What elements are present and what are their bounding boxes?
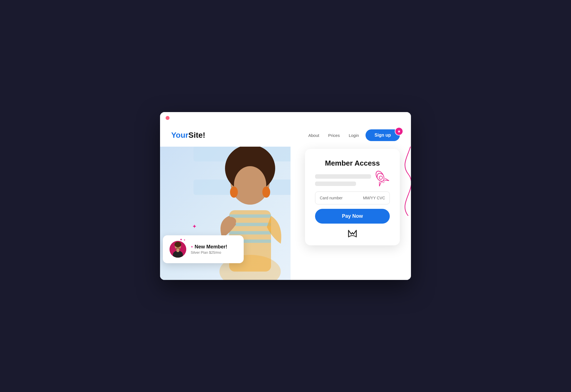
logo-your: Your: [171, 131, 188, 139]
sparkles-decoration: ✦ ✦: [180, 238, 186, 242]
nav-prices[interactable]: Prices: [328, 133, 340, 138]
new-member-text-area: ✦ New Member! Silver Plan $25/mo: [191, 244, 227, 255]
svg-rect-19: [176, 249, 179, 252]
nav-links: About Prices Login: [308, 133, 359, 138]
nav-about[interactable]: About: [308, 133, 319, 138]
navbar: YourSite! About Prices Login Sign up ★: [160, 124, 411, 147]
member-avatar: [170, 241, 186, 258]
star-badge: ★: [395, 127, 403, 135]
input-placeholder-1: [315, 174, 371, 179]
svg-point-13: [379, 175, 383, 180]
member-card-title: Member Access: [315, 159, 390, 168]
nav-login[interactable]: Login: [349, 133, 359, 138]
svg-point-11: [225, 217, 236, 226]
logo-site: Site!: [188, 131, 205, 139]
svg-point-10: [262, 187, 270, 198]
avatar-person-icon: [170, 241, 186, 258]
memberstack-logo: [315, 229, 390, 238]
new-member-title: ✦ New Member!: [191, 244, 227, 250]
m-logo-icon: [347, 229, 357, 238]
pink-sparkle-decoration: ✦: [192, 223, 197, 230]
card-number-label: Card number: [320, 196, 343, 200]
card-expiry-cvc: MM/YY CVC: [363, 196, 385, 200]
browser-content: ✦: [160, 124, 411, 280]
signup-wrapper: Sign up ★: [366, 129, 400, 141]
sparkle-icon-1: ✦: [180, 238, 183, 242]
svg-point-16: [175, 242, 181, 247]
new-member-subtitle: Silver Plan $25/mo: [191, 250, 227, 255]
svg-rect-2: [229, 214, 271, 218]
browser-window: ✦: [160, 112, 411, 280]
new-member-card: ✦ ✦: [163, 235, 244, 263]
svg-point-9: [230, 187, 238, 198]
browser-titlebar: [160, 112, 411, 124]
svg-rect-4: [229, 231, 271, 234]
pay-now-button[interactable]: Pay Now: [315, 209, 390, 224]
member-access-card: Member Access: [305, 149, 400, 245]
svg-point-8: [234, 166, 266, 204]
sparkle-left: ✦: [191, 245, 193, 248]
close-dot[interactable]: [166, 116, 170, 120]
rocket-icon: [371, 170, 391, 187]
input-placeholder-2: [315, 182, 356, 186]
card-input-row[interactable]: Card number MM/YY CVC: [315, 192, 390, 204]
sparkle-icon-2: ✦: [183, 239, 186, 242]
site-logo: YourSite!: [171, 131, 205, 140]
